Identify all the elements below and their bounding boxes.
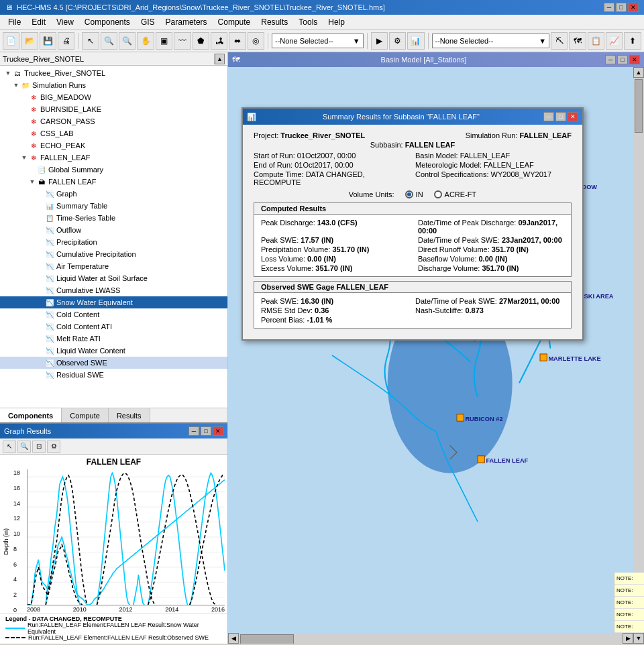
tree-node-csslab[interactable]: ❄ CSS_LAB <box>0 127 227 139</box>
tree-node-root[interactable]: ▼ 🗂 Truckee_River_SNOTEL <box>0 67 227 79</box>
tree-node-timeseries[interactable]: 📋 Time-Series Table <box>0 212 227 224</box>
tree-node-burnside[interactable]: ❄ BURNSIDE_LAKE <box>0 103 227 115</box>
map-scroll-right[interactable]: ▶ <box>623 633 633 644</box>
tree-node-graph[interactable]: 📉 Graph <box>0 188 227 200</box>
dialog-close[interactable]: ✕ <box>568 112 578 121</box>
compute-run-button[interactable]: ▶ <box>371 32 388 50</box>
tab-components[interactable]: Components <box>0 408 62 422</box>
menu-compute[interactable]: Compute <box>213 16 256 28</box>
dialog-controls[interactable]: ─ □ ✕ <box>543 112 578 121</box>
tree-node-outflow[interactable]: 📉 Outflow <box>0 224 227 236</box>
map-scroll-left[interactable]: ◀ <box>228 633 239 644</box>
tree-node-cum-precip[interactable]: 📉 Cumulative Precipitation <box>0 248 227 260</box>
tree-node-liquid-water-soil[interactable]: 📉 Liquid Water at Soil Surface <box>0 272 227 284</box>
menu-file[interactable]: File <box>3 16 26 28</box>
tree-toggle-root[interactable]: ▼ <box>4 69 12 77</box>
map-close[interactable]: ✕ <box>629 55 640 64</box>
tree-node-cum-lwass[interactable]: 📉 Cumulative LWASS <box>0 284 227 296</box>
dialog-minimize[interactable]: ─ <box>543 112 554 121</box>
calibration-button[interactable]: 📈 <box>606 32 623 50</box>
map-scrollbar-h[interactable]: ◀ ▶ <box>228 633 633 644</box>
map-hscroll-thumb[interactable] <box>240 634 294 644</box>
graph-zoom-tool[interactable]: 🔍 <box>17 441 31 453</box>
minimize-button[interactable]: ─ <box>604 3 614 12</box>
tree-node-air-temp[interactable]: 📉 Air Temperature <box>0 260 227 272</box>
maximize-button[interactable]: □ <box>616 3 627 12</box>
save-button[interactable]: 💾 <box>40 32 56 50</box>
tree-node-echo-peak[interactable]: ❄ ECHO_PEAK <box>0 139 227 152</box>
junction-tool[interactable]: ⬟ <box>193 32 209 50</box>
menu-results[interactable]: Results <box>256 16 293 28</box>
zoom-in-tool[interactable]: 🔍 <box>101 32 117 50</box>
tree-node-fallen-leaf[interactable]: ▼ ❄ FALLEN_LEAF <box>0 152 227 164</box>
reservoir-tool[interactable]: 🏞 <box>211 32 227 50</box>
map-scrollbar-v[interactable]: ▲ ▼ <box>633 67 644 644</box>
radio-acre-ft[interactable]: ACRE-FT <box>434 190 477 198</box>
menu-edit[interactable]: Edit <box>26 16 51 28</box>
tree-node-global-summary[interactable]: 📑 Global Summary <box>0 164 227 176</box>
tab-results[interactable]: Results <box>109 408 150 422</box>
graph-maximize[interactable]: □ <box>201 426 211 436</box>
menu-tools[interactable]: Tools <box>293 16 323 28</box>
tree-scroll-controls[interactable]: ▲ <box>214 54 225 64</box>
map-minimize[interactable]: ─ <box>605 55 616 64</box>
tree-node-observed-swe[interactable]: 📉 Observed SWE <box>0 357 227 369</box>
menu-view[interactable]: View <box>51 16 79 28</box>
tree-scroll-up[interactable]: ▲ <box>215 54 225 64</box>
tree-toggle-sim[interactable]: ▼ <box>12 81 20 89</box>
graph-select-tool[interactable]: ↖ <box>3 441 16 453</box>
map-scroll-up[interactable]: ▲ <box>633 67 644 78</box>
map-hscroll-track[interactable] <box>239 633 623 644</box>
graph-settings[interactable]: ⚙ <box>47 441 60 453</box>
print-button[interactable]: 🖨 <box>58 32 74 50</box>
reach-tool[interactable]: 〰 <box>174 32 191 50</box>
tab-compute[interactable]: Compute <box>62 408 109 422</box>
dialog-maximize[interactable]: □ <box>555 112 566 121</box>
graph-controls[interactable]: ─ □ ✕ <box>189 426 223 436</box>
tree-node-swe[interactable]: 📉 Snow Water Equivalent <box>0 296 227 308</box>
graph-close[interactable]: ✕ <box>213 426 223 436</box>
menu-components[interactable]: Components <box>79 16 136 28</box>
menu-gis[interactable]: GIS <box>136 16 160 28</box>
new-button[interactable]: 📄 <box>3 32 19 50</box>
tree-node-carson[interactable]: ❄ CARSON_PASS <box>0 115 227 127</box>
map-content[interactable]: INDEPENDENCE CREEK INDEPENDENCE CAMP IND… <box>228 67 644 644</box>
radio-in[interactable]: IN <box>405 190 423 198</box>
export-button[interactable]: ⬆ <box>624 32 641 50</box>
tree-node-sim-runs[interactable]: ▼ 📁 Simulation Runs <box>0 79 227 91</box>
tree-node-liquid-water[interactable]: 📉 Liquid Water Content <box>0 345 227 357</box>
graph-zoom-fit[interactable]: ⊡ <box>32 441 46 453</box>
zoom-out-tool[interactable]: 🔍 <box>119 32 136 50</box>
run-selector-left[interactable]: --None Selected-- ▼ <box>272 34 364 48</box>
map-scroll-down[interactable]: ▼ <box>633 633 644 644</box>
tree-toggle-fl-sub[interactable]: ▼ <box>28 178 36 186</box>
menu-help[interactable]: Help <box>323 16 350 28</box>
tree-toggle-fallen[interactable]: ▼ <box>20 154 28 162</box>
source-tool[interactable]: ◎ <box>248 32 264 50</box>
tree-node-precip[interactable]: 📉 Precipitation <box>0 236 227 248</box>
title-bar-controls[interactable]: ─ □ ✕ <box>604 3 639 12</box>
properties-button[interactable]: 📋 <box>588 32 604 50</box>
map-scroll-track[interactable] <box>633 78 644 633</box>
map-controls[interactable]: ─ □ ✕ <box>605 55 640 64</box>
graph-minimize[interactable]: ─ <box>189 426 199 436</box>
map-maximize[interactable]: □ <box>617 55 628 64</box>
tree-node-big-meadow[interactable]: ❄ BIG_MEADOW <box>0 91 227 103</box>
map-layers-button[interactable]: 🗺 <box>569 32 586 50</box>
tree-node-fallen-leaf-sub[interactable]: ▼ 🏔 FALLEN LEAF <box>0 176 227 188</box>
open-button[interactable]: 📂 <box>21 32 38 50</box>
select-tool[interactable]: ↖ <box>82 32 99 50</box>
dss-button[interactable]: 📊 <box>407 32 424 50</box>
map-scroll-thumb[interactable] <box>635 79 643 133</box>
tree-node-melt-rate[interactable]: 📉 Melt Rate ATI <box>0 333 227 345</box>
menu-parameters[interactable]: Parameters <box>160 16 213 28</box>
close-button[interactable]: ✕ <box>628 3 639 12</box>
tree-node-summary-table[interactable]: 📊 Summary Table <box>0 200 227 212</box>
pan-tool[interactable]: ✋ <box>137 32 154 50</box>
diversion-tool[interactable]: ⬌ <box>229 32 246 50</box>
tree-node-cold-content[interactable]: 📉 Cold Content <box>0 308 227 320</box>
tree-node-residual-swe[interactable]: 📉 Residual SWE <box>0 369 227 381</box>
compute-opt-button[interactable]: ⚙ <box>389 32 406 50</box>
tree-node-cold-content-ati[interactable]: 📉 Cold Content ATI <box>0 320 227 333</box>
dss-button-2[interactable]: ⛏ <box>551 32 568 50</box>
